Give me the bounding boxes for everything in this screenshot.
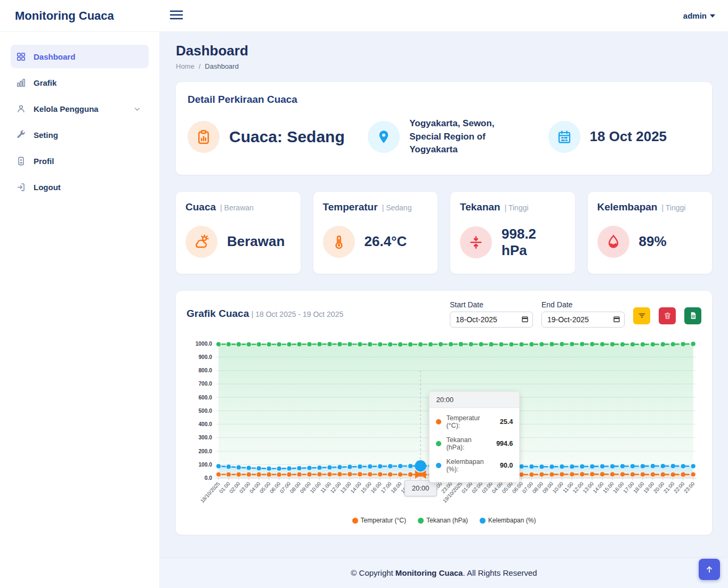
svg-text:400.0: 400.0 bbox=[198, 421, 212, 427]
legend-dot bbox=[418, 518, 424, 524]
series-dot bbox=[436, 419, 441, 424]
forecast-date-text: 18 Oct 2025 bbox=[590, 128, 667, 145]
svg-text:01:00: 01:00 bbox=[218, 480, 231, 494]
svg-text:09:00: 09:00 bbox=[299, 480, 312, 494]
start-date-input[interactable] bbox=[450, 312, 533, 328]
tooltip-row-tekanan: Tekanan (hPa): 994.6 bbox=[436, 436, 513, 451]
stat-subtitle: | Sedang bbox=[382, 203, 412, 212]
thermometer-icon bbox=[323, 226, 355, 258]
export-excel-button[interactable] bbox=[684, 307, 701, 324]
svg-text:06:00: 06:00 bbox=[511, 480, 524, 494]
forecast-title: Detail Perkiraan Cuaca bbox=[188, 94, 700, 105]
file-excel-icon bbox=[689, 312, 697, 320]
stat-subtitle: | Tinggi bbox=[661, 203, 685, 212]
copyright-brand: Monitoring Cuaca bbox=[395, 568, 463, 577]
stat-card-temperatur: Temperatur | Sedang 26.4°C bbox=[313, 192, 438, 274]
stat-card-tekanan: Tekanan | Tinggi 998.2 hPa bbox=[450, 192, 575, 274]
hamburger-menu-icon[interactable] bbox=[166, 6, 187, 25]
user-icon bbox=[16, 104, 26, 114]
tooltip-row-kelembapan: Kelembapan (%): 90.0 bbox=[436, 458, 513, 473]
id-card-icon bbox=[16, 156, 26, 166]
svg-text:18/10/2025: 18/10/2025 bbox=[199, 480, 221, 504]
sidebar-item-seting[interactable]: Seting bbox=[11, 123, 149, 146]
legend-item-temperatur[interactable]: Temperatur (°C) bbox=[352, 517, 406, 524]
sidebar-item-label: Kelola Pengguna bbox=[34, 104, 99, 113]
sidebar-item-logout[interactable]: Logout bbox=[11, 175, 149, 199]
svg-text:08:00: 08:00 bbox=[289, 480, 302, 494]
weather-chart[interactable]: 0.0100.0200.0300.0400.0500.0600.0700.080… bbox=[187, 336, 701, 515]
stat-title: Temperatur bbox=[323, 201, 378, 213]
svg-text:09:00: 09:00 bbox=[541, 480, 554, 494]
series-dot bbox=[436, 441, 441, 446]
svg-text:07:00: 07:00 bbox=[521, 480, 535, 494]
svg-text:06:00: 06:00 bbox=[269, 480, 282, 494]
svg-text:17:00: 17:00 bbox=[622, 480, 635, 494]
sidebar-item-label: Grafik bbox=[34, 78, 56, 87]
calendar-picker-icon[interactable] bbox=[613, 315, 620, 325]
footer: © Copyright Monitoring Cuaca . All Right… bbox=[160, 557, 728, 588]
svg-text:02:00: 02:00 bbox=[471, 480, 484, 494]
end-date-input[interactable] bbox=[541, 312, 625, 328]
svg-text:14:00: 14:00 bbox=[592, 480, 605, 494]
svg-text:700.0: 700.0 bbox=[198, 381, 212, 387]
crosshair-time-label: 20:00 bbox=[405, 480, 437, 496]
breadcrumb-separator: / bbox=[199, 62, 201, 70]
svg-text:05:00: 05:00 bbox=[258, 480, 272, 494]
svg-text:17:00: 17:00 bbox=[379, 480, 393, 494]
scroll-to-top-button[interactable] bbox=[699, 559, 720, 580]
svg-text:05:00: 05:00 bbox=[501, 480, 514, 494]
stat-value: Berawan bbox=[227, 233, 285, 250]
breadcrumb-current: Dashboard bbox=[205, 62, 239, 70]
svg-text:12:00: 12:00 bbox=[329, 480, 342, 494]
legend-item-kelembapan[interactable]: Kelembapan (%) bbox=[480, 517, 536, 524]
svg-text:03:00: 03:00 bbox=[238, 480, 252, 494]
series-dot bbox=[436, 463, 441, 468]
copyright-text: © Copyright bbox=[351, 568, 393, 577]
end-date-label: End Date bbox=[541, 300, 625, 309]
svg-text:01:00: 01:00 bbox=[460, 480, 474, 494]
stat-card-kelembapan: Kelembapan | Tinggi 89% bbox=[588, 192, 713, 274]
legend-dot bbox=[352, 518, 358, 524]
copyright-suffix: . All Rights Reserved bbox=[463, 568, 537, 577]
svg-text:16:00: 16:00 bbox=[612, 480, 625, 494]
svg-text:19:00: 19:00 bbox=[642, 480, 656, 494]
legend-item-tekanan[interactable]: Tekanan (hPa) bbox=[418, 517, 468, 524]
calendar-picker-icon[interactable] bbox=[521, 315, 529, 325]
chart-legend: Temperatur (°C) Tekanan (hPa) Kelembapan… bbox=[187, 517, 701, 524]
svg-text:04:00: 04:00 bbox=[491, 480, 504, 494]
chart-date-range: | 18 Oct 2025 - 19 Oct 2025 bbox=[252, 310, 344, 318]
user-name: admin bbox=[683, 11, 707, 20]
user-dropdown[interactable]: admin bbox=[683, 11, 715, 20]
svg-text:15:00: 15:00 bbox=[602, 480, 615, 494]
cloud-sun-icon bbox=[185, 226, 217, 258]
svg-text:13:00: 13:00 bbox=[339, 480, 352, 494]
calendar-icon bbox=[548, 121, 580, 153]
delete-button[interactable] bbox=[659, 307, 676, 324]
forecast-date: 18 Oct 2025 bbox=[548, 121, 700, 153]
pressure-icon bbox=[460, 226, 492, 258]
svg-text:10:00: 10:00 bbox=[551, 480, 564, 494]
sidebar-item-grafik[interactable]: Grafik bbox=[11, 71, 149, 94]
sidebar-item-kelola-pengguna[interactable]: Kelola Pengguna bbox=[11, 97, 149, 120]
svg-text:200.0: 200.0 bbox=[198, 448, 212, 454]
chevron-down-icon bbox=[133, 105, 141, 113]
sidebar-item-dashboard[interactable]: Dashboard bbox=[11, 45, 149, 68]
filter-button[interactable] bbox=[633, 307, 650, 324]
svg-text:20:00: 20:00 bbox=[652, 480, 666, 494]
svg-text:07:00: 07:00 bbox=[279, 480, 292, 494]
stat-subtitle: | Tinggi bbox=[505, 203, 529, 212]
chart-card: Grafik Cuaca | 18 Oct 2025 - 19 Oct 2025… bbox=[176, 291, 712, 535]
legend-dot bbox=[480, 518, 486, 524]
svg-text:02:00: 02:00 bbox=[228, 480, 241, 494]
svg-text:12:00: 12:00 bbox=[571, 480, 585, 494]
forecast-location-text: Yogyakarta, Sewon, Special Region of Yog… bbox=[409, 117, 521, 157]
breadcrumb-home[interactable]: Home bbox=[176, 62, 195, 70]
sidebar-item-profil[interactable]: Profil bbox=[11, 149, 149, 173]
chart-title: Grafik Cuaca bbox=[187, 308, 249, 319]
sidebar-item-label: Dashboard bbox=[34, 52, 75, 61]
svg-text:18:00: 18:00 bbox=[632, 480, 645, 494]
sidebar-item-label: Profil bbox=[34, 157, 54, 166]
sidebar-item-label: Logout bbox=[34, 183, 61, 192]
svg-text:300.0: 300.0 bbox=[198, 435, 212, 440]
svg-text:03:00: 03:00 bbox=[481, 480, 494, 494]
